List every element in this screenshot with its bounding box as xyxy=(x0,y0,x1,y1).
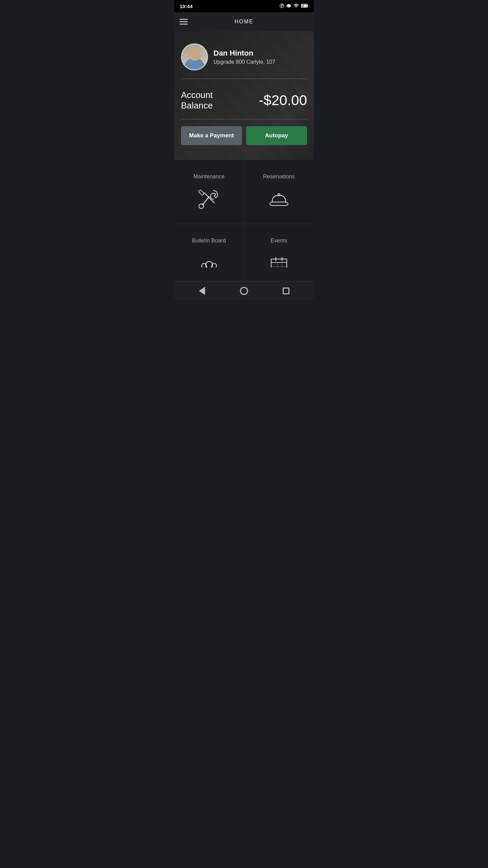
app-header: HOME xyxy=(174,12,314,31)
avatar-figure xyxy=(182,44,207,70)
svg-point-7 xyxy=(199,204,204,209)
hamburger-line-2 xyxy=(180,21,188,22)
hamburger-line-1 xyxy=(180,19,188,20)
balance-label: Account Balance xyxy=(181,90,213,111)
user-profile: Dan Hinton Upgrade 800 Carlyle, 107 xyxy=(181,38,307,76)
menu-button[interactable] xyxy=(180,19,188,24)
home-icon xyxy=(240,287,248,295)
svg-point-10 xyxy=(278,194,280,196)
avatar-head xyxy=(188,48,201,61)
home-button[interactable] xyxy=(238,285,250,297)
svg-rect-9 xyxy=(198,190,204,196)
events-label: Events xyxy=(271,238,287,244)
parking-icon: Ⓟ xyxy=(280,3,284,9)
reservations-label: Reservations xyxy=(263,174,294,180)
autopay-button[interactable]: Autopay xyxy=(246,126,307,145)
svg-line-6 xyxy=(202,197,209,205)
recent-apps-icon xyxy=(283,288,289,294)
svg-rect-5 xyxy=(302,4,307,7)
bulletin-board-icon xyxy=(197,251,221,268)
svg-rect-2 xyxy=(290,5,291,6)
maintenance-label: Maintenance xyxy=(194,174,225,180)
status-bar: 10:44 Ⓟ xyxy=(174,0,314,12)
events-item[interactable]: Events xyxy=(244,224,314,281)
status-time: 10:44 xyxy=(180,3,192,9)
recent-apps-button[interactable] xyxy=(280,285,292,297)
grid-menu: Maintenance Reservations xyxy=(174,160,314,281)
bulletin-board-label: Bulletin Board xyxy=(192,238,226,244)
balance-amount: -$20.00 xyxy=(259,92,307,108)
svg-rect-4 xyxy=(307,5,308,6)
user-address: Upgrade 800 Carlyle, 107 xyxy=(214,59,307,65)
avatar xyxy=(181,43,208,71)
wrench-screwdriver-icon xyxy=(197,186,221,210)
make-payment-button[interactable]: Make a Payment xyxy=(181,126,242,145)
hero-section: Dan Hinton Upgrade 800 Carlyle, 107 Acco… xyxy=(174,31,314,160)
bulletin-board-item[interactable]: Bulletin Board xyxy=(174,224,244,281)
battery-icon xyxy=(301,3,308,9)
reservations-item[interactable]: Reservations xyxy=(244,160,314,224)
hero-content: Dan Hinton Upgrade 800 Carlyle, 107 Acco… xyxy=(174,31,314,153)
maintenance-item[interactable]: Maintenance xyxy=(174,160,244,224)
balance-section: Account Balance -$20.00 xyxy=(181,82,307,119)
back-button[interactable] xyxy=(196,285,208,297)
wifi-icon xyxy=(293,3,299,9)
user-name: Dan Hinton xyxy=(214,49,307,58)
header-title: HOME xyxy=(235,19,253,25)
hamburger-line-3 xyxy=(180,24,188,24)
svg-rect-0 xyxy=(287,4,290,7)
divider-1 xyxy=(181,79,307,79)
svg-rect-1 xyxy=(286,5,287,6)
back-icon xyxy=(199,287,205,295)
svg-rect-14 xyxy=(271,259,287,268)
action-buttons: Make a Payment Autopay xyxy=(181,119,307,153)
bottom-nav xyxy=(174,281,314,300)
cloche-hand-icon xyxy=(267,186,291,210)
vibrate-icon xyxy=(286,3,291,9)
events-icon xyxy=(267,251,291,268)
status-icons: Ⓟ xyxy=(280,3,308,9)
svg-point-12 xyxy=(206,261,212,268)
user-info: Dan Hinton Upgrade 800 Carlyle, 107 xyxy=(214,49,307,65)
